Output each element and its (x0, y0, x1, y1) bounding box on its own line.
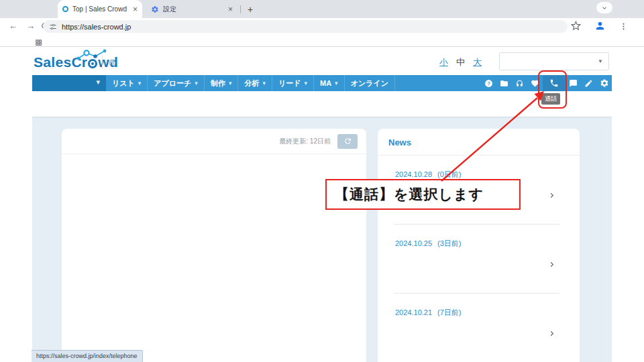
tab-title: Top | Sales Crowd (72, 5, 130, 13)
tab-strip: Top | Sales Crowd × 設定 × + (0, 0, 644, 18)
header-account-select[interactable] (499, 52, 609, 70)
font-size-medium-label[interactable]: 中 (456, 56, 465, 68)
annotation-text: 【通話】を選択します (335, 185, 484, 204)
menu-approach[interactable]: アプローチ (148, 75, 205, 91)
main-navbar: リスト アプローチ 制作 分析 リード MA オンライン ? (32, 75, 612, 91)
news-item[interactable]: 2024.10.21(7日前) (378, 294, 580, 362)
salescrowd-logo[interactable]: SalesCr wd (34, 54, 118, 70)
menu-analysis[interactable]: 分析 (238, 75, 272, 91)
kebab-menu-icon[interactable] (619, 21, 628, 34)
menu-production[interactable]: 制作 (205, 75, 239, 91)
settings-gear-favicon-icon (151, 5, 159, 13)
url-field[interactable]: https://sales-crowd.jp (43, 20, 568, 33)
tab-close-icon[interactable]: × (133, 5, 138, 13)
chat-icon[interactable] (566, 75, 581, 91)
font-size-large-link[interactable]: 大 (473, 56, 482, 68)
gear-icon[interactable] (596, 75, 612, 91)
help-icon[interactable]: ? (481, 75, 496, 91)
chevron-right-icon[interactable] (548, 328, 555, 341)
tab-divider (240, 5, 241, 13)
svg-text:?: ? (487, 80, 490, 86)
menu-list[interactable]: リスト (106, 75, 148, 91)
address-bar: ← → https://sales-crowd.jp (0, 18, 644, 35)
news-ago: (0日前) (437, 170, 461, 178)
news-item[interactable]: 2024.10.25(3日前) (378, 225, 580, 294)
tab-salescrowd[interactable]: Top | Sales Crowd × (58, 0, 142, 18)
browser-window: Top | Sales Crowd × 設定 × + ← → https://s… (0, 0, 644, 362)
bookmarks-bar (0, 35, 644, 47)
menu-online[interactable]: オンライン (345, 75, 395, 91)
news-date: 2024.10.25 (395, 239, 432, 247)
tune-icon (49, 23, 57, 31)
news-ago: (7日前) (437, 308, 461, 316)
tab-search-button[interactable] (596, 2, 612, 13)
back-icon[interactable]: ← (9, 21, 17, 30)
profile-avatar-icon[interactable] (594, 20, 606, 34)
font-size-small-link[interactable]: 小 (439, 56, 448, 68)
header-divider (102, 54, 103, 68)
navbar-dropdown[interactable] (32, 75, 106, 91)
new-tab-button[interactable]: + (244, 3, 256, 15)
folder-icon[interactable] (496, 75, 512, 91)
salescrowd-favicon-icon (62, 6, 68, 12)
logo-o-icon (88, 59, 97, 68)
news-ago: (3日前) (437, 239, 461, 247)
dashboard-card-header: 最終更新: 12日前 (62, 129, 366, 154)
pencil-icon[interactable] (581, 75, 596, 91)
tab-title: 設定 (163, 5, 225, 14)
annotation-callout: 【通話】を選択します (325, 179, 521, 210)
font-size-switcher: 小 中 大 (439, 56, 482, 68)
bookmark-star-icon[interactable] (571, 21, 581, 34)
news-title: News (378, 129, 580, 156)
tab-settings[interactable]: 設定 × (146, 0, 237, 18)
chevron-right-icon[interactable] (548, 190, 555, 202)
news-date: 2024.10.21 (395, 308, 432, 316)
annotation-highlight-box (538, 70, 567, 109)
headphones-icon[interactable] (512, 75, 527, 91)
tab-close-icon[interactable]: × (228, 5, 233, 13)
home-icon[interactable] (107, 57, 116, 69)
content-area: 最終更新: 12日前 News 2024.10.28(0日前) 2024.10.… (32, 117, 612, 362)
forward-icon[interactable]: → (26, 21, 35, 30)
dashboard-card: 最終更新: 12日前 (62, 129, 366, 362)
menu-ma[interactable]: MA (314, 75, 345, 91)
status-url: https://sales-crowd.jp/index/telephone (32, 350, 143, 362)
chevron-down-icon (601, 5, 608, 11)
menu-lead[interactable]: リード (272, 75, 314, 91)
last-update-label: 最終更新: 12日前 (279, 137, 331, 146)
url-text: https://sales-crowd.jp (62, 23, 131, 31)
news-card: News 2024.10.28(0日前) 2024.10.25(3日前) 202… (378, 129, 580, 362)
refresh-button[interactable] (337, 134, 358, 149)
navbar-menus: リスト アプローチ 制作 分析 リード MA オンライン (106, 75, 395, 91)
news-date: 2024.10.28 (395, 170, 432, 178)
chevron-right-icon[interactable] (548, 259, 555, 272)
